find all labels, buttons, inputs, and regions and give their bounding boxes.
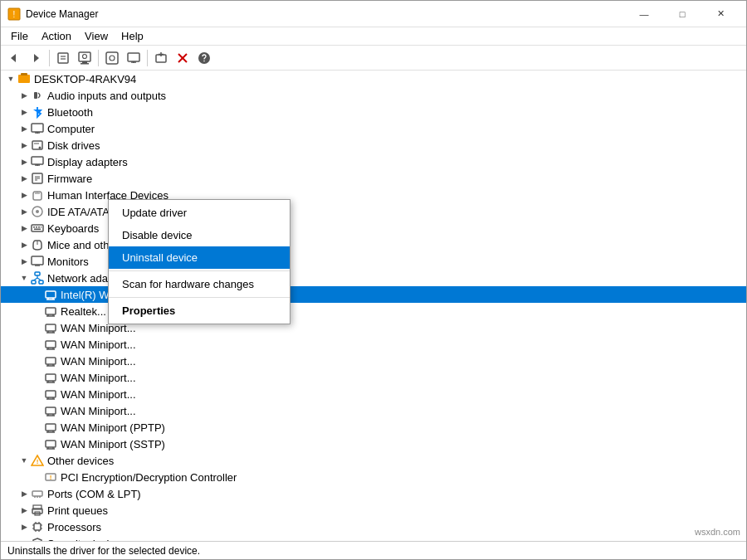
tree-item-ports[interactable]: ▶ Ports (COM & LPT): [1, 485, 746, 502]
wan6-icon: [44, 404, 57, 417]
wan2-label: WAN Miniport...: [61, 338, 136, 351]
hid-icon: [31, 188, 44, 202]
display-icon: [31, 155, 44, 168]
toolbar-properties[interactable]: [53, 48, 73, 68]
svg-rect-59: [46, 291, 56, 298]
svg-rect-24: [21, 73, 27, 75]
ctx-uninstall-device[interactable]: Uninstall device: [109, 246, 290, 269]
ports-expand[interactable]: ▶: [17, 487, 31, 500]
toolbar-sep-1: [49, 50, 50, 66]
disk-expand[interactable]: ▶: [17, 139, 31, 152]
intel-expand[interactable]: [31, 288, 44, 301]
network-expand[interactable]: ▼: [17, 271, 31, 285]
bluetooth-icon: [31, 105, 44, 119]
toolbar-add[interactable]: [151, 48, 171, 68]
tree-item-security[interactable]: ▶ Security devices: [1, 535, 746, 541]
firmware-label: Firmware: [47, 173, 92, 185]
toolbar-back[interactable]: [4, 48, 24, 68]
svg-rect-23: [18, 75, 30, 83]
tree-item-wan-sstp[interactable]: WAN Miniport (SSTP): [1, 436, 746, 452]
context-menu: Update driver Disable device Uninstall d…: [108, 199, 290, 324]
tree-item-pci[interactable]: ! PCI Encryption/Decryption Controller: [1, 469, 746, 485]
audio-expand[interactable]: ▶: [17, 89, 31, 102]
tree-item-audio[interactable]: ▶ Audio inputs and outputs: [1, 87, 746, 104]
firmware-icon: [31, 172, 44, 185]
tree-item-display[interactable]: ▶ Display adapters: [1, 153, 746, 170]
tree-root[interactable]: ▼ DESKTOP-4RAKV94: [1, 71, 746, 87]
menu-help[interactable]: Help: [115, 28, 150, 44]
monitors-expand[interactable]: ▶: [17, 255, 31, 268]
svg-rect-44: [32, 225, 43, 231]
root-expand[interactable]: ▼: [4, 72, 17, 85]
tree-item-wan6[interactable]: WAN Miniport...: [1, 402, 746, 419]
firmware-expand[interactable]: ▶: [17, 172, 31, 185]
ports-label: Ports (COM & LPT): [47, 488, 141, 500]
wan-pptp-icon: [44, 421, 57, 434]
svg-text:!: !: [37, 458, 39, 465]
tree-item-other[interactable]: ▼ ! Other devices: [1, 452, 746, 469]
toolbar-forward[interactable]: [26, 48, 46, 68]
toolbar-help[interactable]: [194, 48, 214, 68]
svg-rect-32: [32, 157, 43, 164]
computer-label: Computer: [47, 123, 95, 135]
tree-item-wan3[interactable]: WAN Miniport...: [1, 353, 746, 369]
tree-item-print[interactable]: ▶ Print queues: [1, 502, 746, 519]
ctx-scan-hardware[interactable]: Scan for hardware changes: [109, 273, 290, 295]
keyboards-expand[interactable]: ▶: [17, 222, 31, 235]
menu-view[interactable]: View: [78, 28, 115, 44]
tree-item-wan2[interactable]: WAN Miniport...: [1, 336, 746, 353]
tree-item-wan-pptp[interactable]: WAN Miniport (PPTP): [1, 419, 746, 436]
ctx-update-driver[interactable]: Update driver: [109, 202, 290, 224]
hid-expand[interactable]: ▶: [17, 188, 31, 202]
svg-rect-53: [35, 272, 40, 275]
computer-expand[interactable]: ▶: [17, 122, 31, 135]
realtek-expand[interactable]: [31, 304, 44, 318]
menu-action[interactable]: Action: [35, 28, 78, 44]
wan6-label: WAN Miniport...: [61, 405, 136, 417]
toolbar-remove[interactable]: [173, 48, 193, 68]
print-expand[interactable]: ▶: [17, 504, 31, 517]
wan-pptp-label: WAN Miniport (PPTP): [61, 421, 165, 434]
tree-item-bluetooth[interactable]: ▶ Bluetooth: [1, 104, 746, 120]
svg-rect-54: [32, 280, 36, 284]
audio-icon: [31, 89, 44, 102]
toolbar-scan[interactable]: [102, 48, 122, 68]
tree-item-wan4[interactable]: WAN Miniport...: [1, 369, 746, 386]
mice-expand[interactable]: ▶: [17, 238, 31, 251]
tree-item-processors[interactable]: ▶ Processors: [1, 519, 746, 535]
ide-expand[interactable]: ▶: [17, 205, 31, 218]
bluetooth-expand[interactable]: ▶: [17, 105, 31, 119]
security-label: Security devices: [47, 538, 126, 542]
tree-item-wan5[interactable]: WAN Miniport...: [1, 386, 746, 402]
status-text: Uninstalls the driver for the selected d…: [7, 545, 200, 557]
ctx-properties[interactable]: Properties: [109, 299, 290, 322]
svg-rect-46: [36, 226, 37, 228]
maximize-button[interactable]: □: [663, 1, 701, 27]
tree-item-disk[interactable]: ▶ Disk drives: [1, 137, 746, 153]
toolbar-monitor[interactable]: [124, 48, 144, 68]
processors-expand[interactable]: ▶: [17, 520, 31, 533]
tree-item-firmware[interactable]: ▶ Firmware: [1, 170, 746, 187]
toolbar-sep-3: [147, 50, 148, 66]
svg-rect-25: [34, 92, 37, 99]
toolbar-update-driver[interactable]: [75, 48, 95, 68]
mice-icon: [31, 238, 44, 251]
keyboards-label: Keyboards: [47, 222, 99, 235]
tree-item-computer[interactable]: ▶ Computer: [1, 120, 746, 137]
monitors-label: Monitors: [47, 256, 89, 268]
security-expand[interactable]: ▶: [17, 537, 31, 541]
svg-point-22: [203, 60, 205, 61]
ctx-disable-device[interactable]: Disable device: [109, 224, 290, 246]
computer-icon: [31, 122, 44, 135]
security-icon: [31, 537, 44, 541]
minimize-button[interactable]: —: [625, 1, 663, 27]
menu-file[interactable]: File: [4, 28, 35, 44]
svg-rect-51: [32, 256, 43, 265]
other-expand[interactable]: ▼: [17, 454, 31, 467]
display-expand[interactable]: ▶: [17, 155, 31, 168]
close-button[interactable]: ✕: [701, 1, 740, 27]
menu-bar: File Action View Help: [1, 27, 746, 46]
svg-rect-47: [38, 226, 40, 228]
wan-sstp-icon: [44, 437, 57, 450]
svg-point-30: [39, 147, 42, 149]
